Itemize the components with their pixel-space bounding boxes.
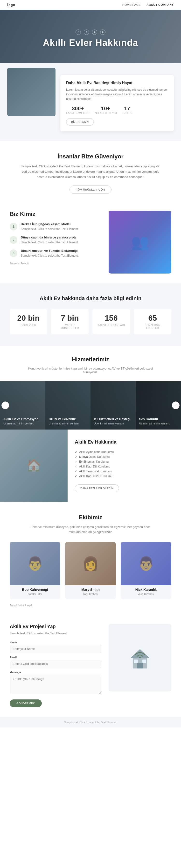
- name-input[interactable]: [10, 645, 101, 653]
- team-title: Ekibimiz: [10, 514, 171, 521]
- service-card-content-3: BT Hizmetleri ve Desteği Ut enim ad mini…: [94, 417, 133, 426]
- stat-tasks-label: Görevler: [14, 323, 42, 327]
- smart-list-item-4: ✓Akıllı Kapı Dili Kurulumu: [75, 464, 174, 469]
- team-subtitle: Enim ve minimum düzeyde, çok fazla çalış…: [30, 525, 151, 535]
- svg-rect-3: [134, 659, 138, 663]
- team-card-nick: 👨 Nick Karanlık yaka Hizabesi: [121, 542, 171, 599]
- service-card-text-3: Ut enim ad minim veniam.: [94, 422, 133, 426]
- team-card-nick-image: 👨: [121, 542, 171, 585]
- who-item-icon-3: 3: [10, 249, 17, 257]
- info-card: Daha Akıllı Ev. Basitleştirilmiş Hayat. …: [60, 75, 174, 131]
- stat-coffee-label: Kahve Fincanları: [97, 323, 125, 327]
- services-subtitle: Konut ve ticari müşterilerimize kapsamlı…: [23, 367, 158, 374]
- who-image: 👥: [109, 211, 171, 274]
- linkedin-icon[interactable]: in: [92, 30, 97, 35]
- stats-grid: 20 bin Görevler 7 bin Mutlu Müşteriler 1…: [10, 309, 171, 334]
- hero-content: f t in p Akıllı Evler Hakkında: [43, 30, 138, 48]
- project-form: Akıllı Ev Projesi Yap Sample text. Click…: [10, 624, 101, 707]
- who-item-icon-1: 1: [10, 223, 17, 230]
- service-card-title-1: Akıllı EV ve Otomasyon: [3, 417, 42, 421]
- stat-awards-label: ÖDÜLER: [122, 112, 133, 114]
- twitter-icon[interactable]: t: [84, 30, 89, 35]
- nav-home[interactable]: HOME PAGE: [122, 3, 141, 6]
- check-icon-6: ✓: [75, 474, 77, 478]
- services-section: Hizmetlerimiz Konut ve ticari müşteriler…: [0, 346, 181, 430]
- check-icon-3: ✓: [75, 460, 77, 463]
- email-input[interactable]: [10, 660, 101, 668]
- project-image: [109, 624, 171, 691]
- service-card-content-4: Ses Görüntü Ut enim ad minim veniam.: [139, 417, 178, 426]
- message-textarea[interactable]: [10, 675, 101, 694]
- team-card-bob-name: Bob Kahverengi: [10, 588, 60, 592]
- who-item-3: 3 Bina Hizmetleri ve Tüketici Elektroniğ…: [10, 249, 101, 258]
- who-item-title-1: Herkes İçin Çağdaş Yaşam Modeli: [21, 222, 79, 226]
- who-title: Biz Kimiz: [10, 211, 101, 217]
- stat-card-coffee: 156 Kahve Fincanları: [93, 309, 130, 334]
- stat-card-tasks: 20 bin Görevler: [10, 309, 47, 334]
- slider-left-arrow[interactable]: ‹: [1, 401, 9, 409]
- team-card-mary-role: İlaç Hizabesi: [65, 592, 116, 595]
- who-item-content-3: Bina Hizmetleri ve Tüketici Elektroniği …: [21, 249, 79, 258]
- stats-title: Akıllı Ev hakkında daha fazla bilgi edin…: [10, 295, 171, 302]
- pinterest-icon[interactable]: p: [100, 30, 105, 35]
- who-item-icon-2: 2: [10, 236, 17, 244]
- submit-button[interactable]: GÖNDERMEK: [10, 700, 42, 707]
- smart-info-section: 🏠 Akıllı Ev Hakkında ✓Akıllı Aydınlatma …: [0, 430, 181, 502]
- message-label: Message: [10, 671, 101, 674]
- team-card-nick-name: Nick Karanlık: [121, 588, 171, 592]
- smart-list-item-1: ✓Akıllı Aydınlatma Kurulumu: [75, 450, 174, 455]
- name-field: Name: [10, 641, 101, 653]
- smart-info-content: Akıllı Ev Hakkında ✓Akıllı Aydınlatma Ku…: [68, 430, 181, 502]
- smart-info-title: Akıllı Ev Hakkında: [75, 439, 174, 445]
- stat-awards: 17 ÖDÜLER: [122, 105, 133, 114]
- smart-list-item-5: ✓Akıllı Termostat Kurulumu: [75, 469, 174, 474]
- stat-ideas-number: 65: [139, 314, 167, 322]
- smart-info-image: 🏠: [0, 430, 68, 502]
- svg-marker-1: [130, 649, 150, 658]
- stat-services-number: 300+: [66, 105, 89, 112]
- info-card-title: Daha Akıllı Ev. Basitleştirilmiş Hayat.: [66, 81, 168, 85]
- products-button[interactable]: TÜM ÜRÜNLERİ GÖR: [70, 186, 111, 194]
- svg-rect-2: [137, 663, 143, 669]
- service-card-title-3: BT Hizmetleri ve Desteği: [94, 417, 133, 421]
- who-image-placeholder: 👥: [109, 211, 171, 274]
- team-card-bob-image: 👨: [10, 542, 60, 585]
- nav-about[interactable]: ABOUT COMPANY: [146, 3, 174, 6]
- navbar: logo HOME PAGE ABOUT COMPANY: [0, 0, 181, 10]
- project-form-title: Akıllı Ev Projesi Yap: [10, 624, 101, 629]
- facebook-icon[interactable]: f: [76, 30, 81, 35]
- contact-button[interactable]: BİZE ULAŞIN: [66, 118, 94, 126]
- who-freepik-credit: Ten resim Freepik: [10, 262, 101, 265]
- svg-point-5: [139, 657, 141, 658]
- who-item-title-2: Dünya çapında binlerce yaratıcı proje: [21, 236, 79, 239]
- check-icon-1: ✓: [75, 450, 77, 454]
- slider-right-arrow[interactable]: ›: [172, 401, 180, 409]
- service-card-text-1: Ut enim ad minim veniam.: [3, 422, 42, 426]
- who-item-text-3: Sample text. Click to select the Text El…: [21, 253, 79, 258]
- nav-links: HOME PAGE ABOUT COMPANY: [122, 3, 174, 6]
- services-title: Hizmetlerimiz: [10, 356, 171, 363]
- message-field: Message: [10, 671, 101, 695]
- info-card-section: Daha Akıllı Ev. Basitleştirilmiş Hayat. …: [0, 63, 181, 141]
- service-card-title-2: CCTV ve Güvenlik: [49, 417, 87, 421]
- trust-section: İnsanlar Bize Güveniyor Sample text. Cli…: [0, 141, 181, 201]
- stat-tasks-number: 20 bin: [14, 314, 42, 322]
- who-section: Biz Kimiz 1 Herkes İçin Çağdaş Yaşam Mod…: [0, 201, 181, 283]
- team-freepik-credit: Ten görünüm Freepik: [10, 604, 171, 607]
- who-item-title-3: Bina Hizmetleri ve Tüketici Elektroniği: [21, 249, 79, 252]
- service-card-content-2: CCTV ve Güvenlik Ut enim ad minim veniam…: [49, 417, 87, 426]
- team-card-bob: 👨 Bob Kahverengi paralcı Erler: [10, 542, 60, 599]
- learn-more-button[interactable]: DAHA FAZLA BİLGİ EDİN: [75, 485, 119, 492]
- smart-home-illustration: [125, 643, 154, 672]
- project-section: Akıllı Ev Projesi Yap Sample text. Click…: [0, 614, 181, 717]
- stat-card-ideas: 65 Benzersiz Fikirler: [134, 309, 172, 334]
- service-card-text-2: Ut enim ad minim veniam.: [49, 422, 87, 426]
- smart-list-item-6: ✓Akıllı Kapı Kilidi Kurulumu: [75, 474, 174, 478]
- stat-years: 10+ YILLARI DENEYIM: [94, 105, 117, 114]
- who-item-text-1: Sample text. Click to select the Text El…: [21, 227, 79, 231]
- stat-years-label: YILLARI DENEYIM: [94, 112, 117, 114]
- who-item-2: 2 Dünya çapında binlerce yaratıcı proje …: [10, 236, 101, 245]
- trust-title: İnsanlar Bize Güveniyor: [12, 153, 169, 160]
- stats-section: Akıllı Ev hakkında daha fazla bilgi edin…: [0, 283, 181, 346]
- stat-coffee-number: 156: [97, 314, 125, 322]
